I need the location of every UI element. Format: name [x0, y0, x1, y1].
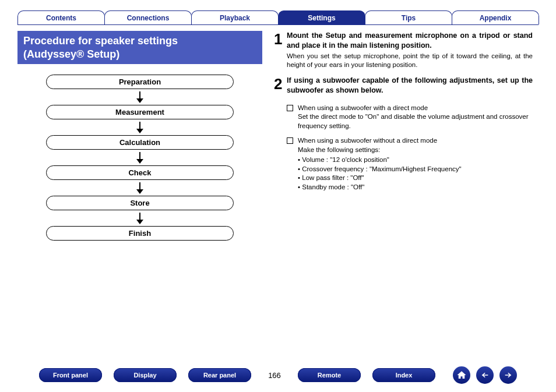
step-description: When you set the setup microphone, point…	[287, 52, 533, 70]
rear-panel-button[interactable]: Rear panel	[188, 368, 251, 382]
flow-step: Preparation	[46, 75, 234, 89]
bottom-nav-bar: Front panel Display Rear panel 166 Remot…	[0, 366, 556, 384]
sub-item: When using a subwoofer without a direct …	[287, 136, 533, 192]
section-title-line1: Procedure for speaker settings	[23, 35, 178, 47]
tab-playback[interactable]: Playback	[191, 10, 279, 24]
step-1: 1 Mount the Setup and measurement microp…	[274, 31, 533, 70]
step-heading: Mount the Setup and measurement micropho…	[287, 31, 533, 51]
sub-item-text: Set the direct mode to "On" and disable …	[298, 113, 529, 129]
prev-page-icon[interactable]	[476, 366, 494, 384]
bullet-item: Low pass filter : "Off"	[298, 174, 533, 183]
section-title: Procedure for speaker settings (Audyssey…	[17, 31, 262, 64]
page-number: 166	[263, 371, 286, 380]
section-title-line2: (Audyssey® Setup)	[23, 48, 119, 60]
arrow-down-icon	[135, 91, 145, 103]
sub-item-title: When using a subwoofer with a direct mod…	[298, 104, 428, 111]
tab-appendix[interactable]: Appendix	[452, 10, 539, 24]
flow-step: Check	[46, 165, 234, 180]
tab-settings[interactable]: Settings	[278, 10, 365, 24]
step-number: 2	[274, 76, 287, 96]
remote-button[interactable]: Remote	[298, 368, 361, 382]
tab-tips[interactable]: Tips	[365, 10, 452, 24]
flow-step: Store	[46, 196, 234, 210]
display-button[interactable]: Display	[114, 368, 177, 382]
index-button[interactable]: Index	[372, 368, 435, 382]
home-icon[interactable]	[453, 366, 470, 384]
sub-item: When using a subwoofer with a direct mod…	[287, 104, 533, 131]
step-number: 1	[274, 31, 287, 70]
arrow-down-icon	[135, 213, 145, 224]
step-heading: If using a subwoofer capable of the foll…	[287, 76, 533, 96]
top-tab-bar: Contents Connections Playback Settings T…	[17, 10, 539, 25]
bullet-item: Volume : "12 o'clock position"	[298, 156, 533, 165]
flow-step: Calculation	[46, 135, 234, 150]
next-page-icon[interactable]	[499, 366, 517, 384]
checkbox-icon	[287, 137, 293, 144]
tab-connections[interactable]: Connections	[104, 10, 192, 24]
arrow-down-icon	[135, 182, 145, 194]
bullet-item: Crossover frequency : "Maximum/Highest F…	[298, 165, 533, 174]
procedure-flow: Preparation Measurement Calculation Chec…	[29, 75, 251, 241]
arrow-down-icon	[135, 122, 145, 133]
tab-contents[interactable]: Contents	[17, 10, 105, 24]
flow-step: Measurement	[46, 105, 234, 119]
sub-item-title: When using a subwoofer without a direct …	[298, 137, 437, 144]
front-panel-button[interactable]: Front panel	[39, 368, 102, 382]
arrow-down-icon	[135, 152, 145, 164]
flow-step: Finish	[46, 226, 234, 241]
step-2: 2 If using a subwoofer capable of the fo…	[274, 76, 533, 96]
checkbox-icon	[287, 105, 293, 111]
sub-item-lead: Make the following settings:	[298, 146, 380, 153]
bullet-item: Standby mode : "Off"	[298, 183, 533, 192]
